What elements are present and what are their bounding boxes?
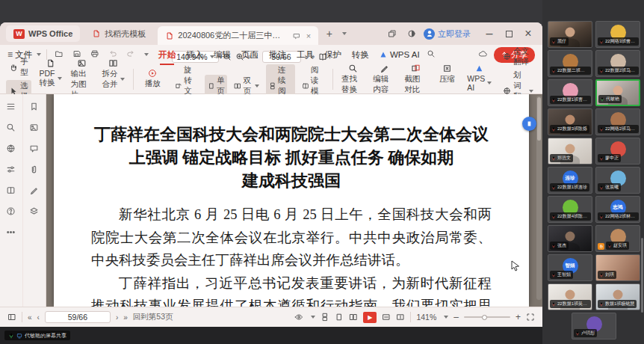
sidebar-highlighter-icon[interactable] (29, 185, 39, 195)
login-label: 立即登录 (438, 28, 471, 40)
menu-4[interactable]: 批注 (264, 48, 291, 62)
participant-tile[interactable]: 数媒1班杨铭慧 (595, 283, 640, 310)
zoom-plus-button[interactable]: + (515, 312, 521, 322)
window-controls: – × (481, 26, 536, 41)
play-button[interactable]: 播放 (138, 67, 167, 90)
zoom-slider-knob[interactable] (482, 315, 487, 320)
tab-document[interactable]: 20240806党的二十届三中全… × (158, 26, 318, 45)
menu-6[interactable]: 保护 (320, 48, 346, 62)
status-first-page-button[interactable]: « (28, 313, 32, 322)
sidebar-snapshot-icon[interactable] (29, 123, 39, 132)
document-scrollbar[interactable] (536, 96, 542, 300)
new-tab-button[interactable]: + (323, 28, 335, 40)
sidebar-more-icon[interactable] (6, 227, 16, 237)
participant-tile[interactable]: 赵安琪 (595, 225, 640, 252)
play-mode-button[interactable]: ▶ (363, 312, 377, 323)
menu-7[interactable]: 转换 (347, 48, 374, 62)
mic-muted-icon (551, 244, 556, 248)
zoom-slider[interactable] (464, 316, 510, 318)
participant-tile[interactable]: 郑浩文 (548, 138, 592, 165)
login-button[interactable]: 立即登录 (424, 28, 471, 40)
sidebar-adjust-icon[interactable] (6, 165, 16, 174)
ribbon-button-translate-0[interactable]: 全文翻译 (500, 46, 536, 68)
participant-tile[interactable]: 连珍22数媒1班连珍 (548, 167, 592, 194)
single-page-view-icon[interactable] (335, 313, 344, 322)
participant-tile[interactable]: 张杰 (548, 225, 592, 252)
participant-tile[interactable]: 张晨曦 (595, 167, 640, 194)
view-toggle-single[interactable]: 单页 (205, 75, 228, 97)
participant-tile[interactable]: 志鸿22网络2班林志鸿 (595, 196, 640, 223)
sidebar-layers-icon[interactable] (29, 206, 39, 216)
eye-protect-icon[interactable] (294, 313, 303, 322)
ribbon-button-ai[interactable]: WPS AI (465, 62, 495, 96)
close-button[interactable]: × (520, 26, 536, 41)
sidebar-menu-icon[interactable] (6, 102, 16, 111)
status-last-page-button[interactable]: » (123, 313, 128, 322)
sidebar-attachment-icon[interactable] (29, 165, 39, 174)
view-toggle-double[interactable]: 双页 (231, 75, 262, 97)
panel-toggle-icon[interactable] (7, 313, 16, 322)
tab-close-icon[interactable]: × (306, 31, 311, 40)
participant-tile[interactable]: 智娟王智娟 (548, 254, 592, 281)
floating-assistant-button[interactable] (522, 117, 536, 131)
menu-2[interactable]: 编辑 (209, 48, 235, 62)
participant-tile[interactable]: 卢玥彤 (572, 313, 616, 340)
status-page-number-box[interactable]: 59/66 (45, 311, 111, 323)
sidebar-translate-icon[interactable] (6, 144, 16, 153)
menu-home[interactable]: 开始 (154, 48, 180, 62)
sidebar-reader-icon[interactable] (6, 185, 16, 195)
ribbon-button-search[interactable]: 查找替换 (338, 62, 367, 96)
quickbar-caret-icon[interactable] (144, 53, 149, 56)
theme-skin-icon[interactable] (404, 26, 419, 41)
menu-1[interactable]: 插入 (182, 48, 208, 62)
menu-3[interactable]: 页面 (237, 48, 263, 62)
search-icon[interactable] (425, 49, 438, 60)
tab-template-store[interactable]: 找稻壳模板 (84, 25, 153, 42)
ribbon-button-highlighter[interactable]: 编辑内容 (370, 62, 398, 96)
sidebar-bookmark-icon[interactable] (29, 102, 39, 111)
minimize-button[interactable]: – (481, 26, 498, 41)
fit-width-icon[interactable] (396, 313, 405, 322)
participant-tile[interactable]: 22数媒1班曹慧兰 (548, 79, 592, 106)
panel-scrollbar[interactable] (641, 238, 643, 313)
menu-5[interactable]: 工具 (292, 48, 318, 62)
fullscreen-icon[interactable] (526, 313, 535, 322)
status-zoom-value[interactable]: 141% (416, 313, 436, 322)
participant-tile[interactable]: 22数媒1班吴兴明 (548, 283, 592, 310)
document-page[interactable]: 丁薛祥在全国科技大会和两院院士大会第二次全体会议 上强调 锚定战略目标 抓好重点… (54, 94, 529, 307)
participant-tile[interactable]: 22数媒二班林玥雨 (548, 50, 592, 77)
participant-tile[interactable]: 代敏艳 (595, 79, 640, 106)
tab-list-caret-icon[interactable] (342, 32, 347, 35)
back-to-page-link[interactable]: 回到第53页 (133, 312, 173, 322)
continuous-view-icon[interactable] (321, 313, 329, 322)
participant-tile[interactable]: 刘琪 (595, 254, 640, 281)
participant-name-label: 22网络3班曾智城 (598, 37, 639, 46)
participant-tile[interactable]: 廖中正 (595, 138, 640, 165)
zoom-minus-button[interactable]: – (453, 312, 459, 322)
maximize-button[interactable] (501, 26, 517, 41)
participant-name-label: 数媒1班杨铭慧 (598, 300, 637, 308)
page-canvas: 丁薛祥在全国科技大会和两院院士大会第二次全体会议 上强调 锚定战略目标 抓好重点… (46, 94, 542, 307)
status-prev-page-button[interactable]: ‹ (37, 313, 40, 322)
status-next-page-button[interactable]: › (116, 313, 118, 322)
hand-tool-button[interactable]: 手型 (6, 56, 31, 79)
double-page-view-icon[interactable] (349, 313, 358, 322)
participant-tile[interactable]: 22数媒4班陈嘉鑫 (548, 196, 592, 223)
menu-wps-ai[interactable]: WPS AI (379, 50, 420, 59)
participant-tile[interactable]: 22数媒3班陈烁 (548, 108, 592, 135)
sidebar-help-icon[interactable] (6, 206, 16, 216)
tab-wps-home[interactable]: W WPS Office (6, 25, 80, 42)
participant-tile[interactable]: 黑仔 (548, 21, 592, 48)
cloud-sync-icon[interactable] (476, 49, 489, 60)
switch-window-icon[interactable] (385, 26, 400, 41)
participant-tile[interactable]: 22网络2班马嘉琪 (595, 108, 640, 135)
mic-muted-icon (599, 127, 604, 132)
participant-tile[interactable]: 22数媒2班马文静 (595, 50, 640, 77)
screen: { "meeting": { "share_banner": "代敏艳的屏幕共享… (0, 0, 644, 344)
sidebar-search-icon[interactable] (6, 123, 16, 132)
fit-page-icon[interactable] (382, 313, 391, 322)
ribbon-button-compress[interactable]: 压缩 (433, 62, 462, 96)
ribbon-button-compare[interactable]: 截图对比 (401, 62, 430, 96)
participant-tile[interactable]: 22网络3班曾智城 (595, 21, 640, 48)
sidebar-comment-icon[interactable] (29, 144, 39, 153)
